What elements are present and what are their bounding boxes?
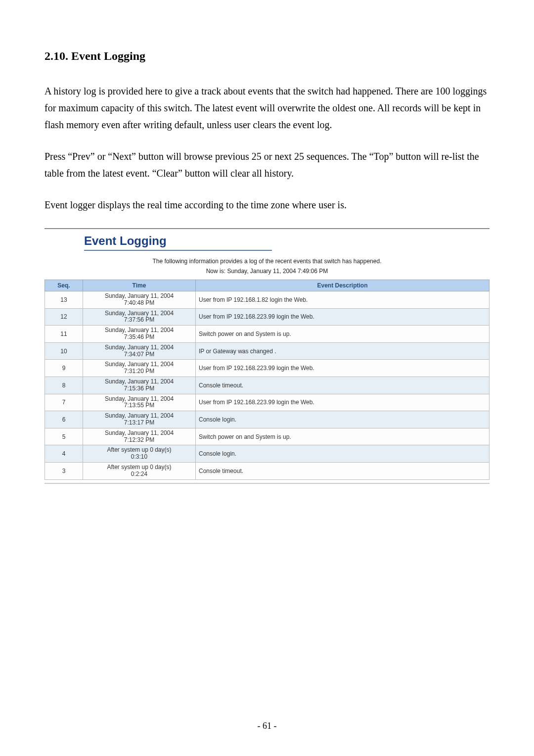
cell-time: Sunday, January 11, 20047:15:36 PM <box>83 377 196 394</box>
table-row: 9Sunday, January 11, 20047:31:20 PMUser … <box>45 360 490 377</box>
paragraph-1: A history log is provided here to give a… <box>44 83 490 133</box>
cell-time: After system up 0 day(s)0:3:10 <box>83 445 196 463</box>
cell-time: Sunday, January 11, 20047:31:20 PM <box>83 360 196 377</box>
table-row: 12Sunday, January 11, 20047:37:56 PMUser… <box>45 308 490 326</box>
cell-description: Console timeout. <box>196 462 490 479</box>
cell-seq: 4 <box>45 445 83 463</box>
page: 2.10. Event Logging A history log is pro… <box>0 0 534 756</box>
cell-time: Sunday, January 11, 20047:13:17 PM <box>83 411 196 428</box>
cell-seq: 13 <box>45 291 83 309</box>
cell-seq: 9 <box>45 360 83 377</box>
table-row: 7Sunday, January 11, 20047:13:55 PMUser … <box>45 394 490 411</box>
table-row: 11Sunday, January 11, 20047:35:46 PMSwit… <box>45 326 490 343</box>
cell-time: After system up 0 day(s)0:2:24 <box>83 462 196 479</box>
page-number: - 61 - <box>0 721 534 731</box>
table-row: 10Sunday, January 11, 20047:34:07 PMIP o… <box>45 342 490 360</box>
section-heading: 2.10. Event Logging <box>44 49 490 63</box>
paragraph-3: Event logger displays the real time acco… <box>44 196 490 213</box>
cell-description: User from IP 192.168.223.99 login the We… <box>196 360 490 377</box>
cell-description: User from IP 192.168.223.99 login the We… <box>196 308 490 326</box>
cell-description: Console login. <box>196 445 490 463</box>
table-row: 5Sunday, January 11, 20047:12:32 PMSwitc… <box>45 428 490 445</box>
screenshot-subtitle-1: The following information provides a log… <box>44 258 490 265</box>
cell-seq: 7 <box>45 394 83 411</box>
table-row: 6Sunday, January 11, 20047:13:17 PMConso… <box>45 411 490 428</box>
cell-time: Sunday, January 11, 20047:12:32 PM <box>83 428 196 445</box>
cell-seq: 8 <box>45 377 83 394</box>
cell-time: Sunday, January 11, 20047:34:07 PM <box>83 342 196 360</box>
cell-time: Sunday, January 11, 20047:35:46 PM <box>83 326 196 343</box>
cell-description: Switch power on and System is up. <box>196 428 490 445</box>
cell-description: Console timeout. <box>196 377 490 394</box>
screenshot-subtitle-2: Now is: Sunday, January 11, 2004 7:49:06… <box>44 268 490 275</box>
cell-description: Console login. <box>196 411 490 428</box>
cell-description: IP or Gateway was changed . <box>196 342 490 360</box>
cell-time: Sunday, January 11, 20047:37:56 PM <box>83 308 196 326</box>
cell-seq: 5 <box>45 428 83 445</box>
col-header-seq: Seq. <box>45 280 83 291</box>
table-header-row: Seq. Time Event Description <box>45 280 490 291</box>
cell-seq: 3 <box>45 462 83 479</box>
cell-description: User from IP 192.168.223.99 login the We… <box>196 394 490 411</box>
cell-time: Sunday, January 11, 20047:13:55 PM <box>83 394 196 411</box>
table-row: 8Sunday, January 11, 20047:15:36 PMConso… <box>45 377 490 394</box>
col-header-time: Time <box>83 280 196 291</box>
event-log-table: Seq. Time Event Description 13Sunday, Ja… <box>44 280 490 480</box>
cell-seq: 12 <box>45 308 83 326</box>
table-row: 3After system up 0 day(s)0:2:24Console t… <box>45 462 490 479</box>
col-header-desc: Event Description <box>196 280 490 291</box>
screenshot-title: Event Logging <box>84 234 272 251</box>
cell-time: Sunday, January 11, 20047:40:48 PM <box>83 291 196 309</box>
table-body: 13Sunday, January 11, 20047:40:48 PMUser… <box>45 291 490 480</box>
cell-seq: 6 <box>45 411 83 428</box>
paragraph-2: Press “Prev” or “Next” button will brows… <box>44 148 490 182</box>
cell-seq: 11 <box>45 326 83 343</box>
screenshot-inner: Event Logging The following information … <box>44 229 490 483</box>
cell-description: User from IP 192.168.1.82 login the Web. <box>196 291 490 309</box>
cell-description: Switch power on and System is up. <box>196 326 490 343</box>
event-logging-screenshot: Event Logging The following information … <box>44 228 490 484</box>
cell-seq: 10 <box>45 342 83 360</box>
table-row: 4After system up 0 day(s)0:3:10Console l… <box>45 445 490 463</box>
table-row: 13Sunday, January 11, 20047:40:48 PMUser… <box>45 291 490 309</box>
